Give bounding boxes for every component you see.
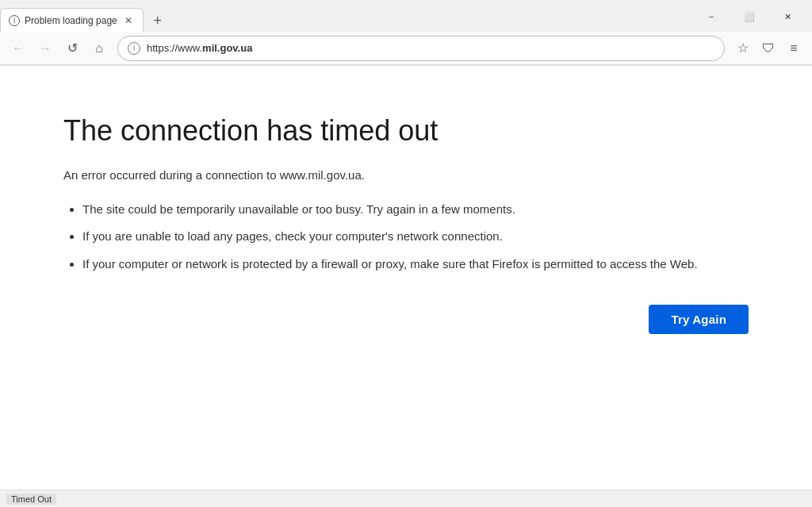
close-window-button[interactable]: ✕ xyxy=(769,5,806,29)
try-again-button[interactable]: Try Again xyxy=(649,305,749,334)
forward-button[interactable]: → xyxy=(33,36,57,60)
bookmark-button[interactable]: ☆ xyxy=(731,36,755,60)
home-button[interactable]: ⌂ xyxy=(87,36,111,60)
status-text: Timed Out xyxy=(6,494,56,505)
menu-button[interactable]: ≡ xyxy=(782,36,806,60)
title-bar: i Problem loading page ✕ + − ⬜ ✕ xyxy=(0,0,812,32)
window-controls: − ⬜ ✕ xyxy=(693,5,812,32)
try-again-container: Try Again xyxy=(63,305,749,334)
error-title: The connection has timed out xyxy=(63,113,749,148)
status-bar: Timed Out xyxy=(0,490,812,507)
back-button[interactable]: ← xyxy=(6,36,30,60)
error-bullet-1: The site could be temporarily unavailabl… xyxy=(82,201,749,219)
minimize-button[interactable]: − xyxy=(693,5,730,29)
tab-info-icon: i xyxy=(9,15,20,26)
error-list: The site could be temporarily unavailabl… xyxy=(63,201,749,274)
error-bullet-2: If you are unable to load any pages, che… xyxy=(82,228,749,246)
tab-title: Problem loading page xyxy=(25,15,117,26)
maximize-button[interactable]: ⬜ xyxy=(731,5,768,29)
address-text: https://www.mil.gov.ua xyxy=(147,42,714,54)
toolbar-icons: ☆ 🛡 ≡ xyxy=(731,36,806,60)
tab-close-button[interactable]: ✕ xyxy=(122,14,135,27)
active-tab[interactable]: i Problem loading page ✕ xyxy=(0,8,144,32)
error-description: An error occurred during a connection to… xyxy=(63,167,749,185)
toolbar: ← → ↺ ⌂ i https://www.mil.gov.ua ☆ 🛡 ≡ xyxy=(0,32,812,65)
address-bar[interactable]: i https://www.mil.gov.ua xyxy=(117,36,725,61)
reload-button[interactable]: ↺ xyxy=(60,36,84,60)
page-content: The connection has timed out An error oc… xyxy=(0,66,812,494)
new-tab-button[interactable]: + xyxy=(147,10,169,32)
address-info-icon: i xyxy=(128,42,140,55)
error-bullet-3: If your computer or network is protected… xyxy=(82,255,749,274)
shield-button[interactable]: 🛡 xyxy=(756,36,780,60)
